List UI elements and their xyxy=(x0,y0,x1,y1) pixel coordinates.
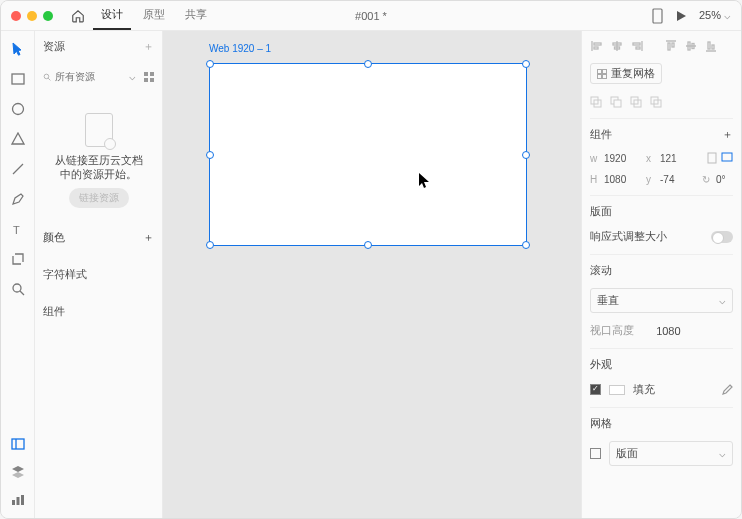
line-tool-icon[interactable] xyxy=(10,161,26,177)
grid-checkbox[interactable] xyxy=(590,448,601,459)
boolean-intersect-icon[interactable] xyxy=(630,96,642,108)
x-field[interactable]: 121 xyxy=(660,153,694,164)
colors-section[interactable]: 颜色 xyxy=(43,230,65,245)
search-input[interactable] xyxy=(55,71,125,82)
scroll-section: 滚动 xyxy=(590,263,612,278)
zoom-dropdown[interactable]: 25% ⌵ xyxy=(699,9,731,22)
resize-handle-n[interactable] xyxy=(364,60,372,68)
responsive-section: 版面 xyxy=(590,204,612,219)
align-left-icon[interactable] xyxy=(590,39,604,53)
responsive-toggle[interactable] xyxy=(711,231,733,243)
y-field[interactable]: -74 xyxy=(660,174,694,185)
play-icon[interactable] xyxy=(675,10,687,22)
svg-rect-38 xyxy=(598,74,602,78)
resize-handle-ne[interactable] xyxy=(522,60,530,68)
align-center-v-icon[interactable] xyxy=(684,39,698,53)
pen-tool-icon[interactable] xyxy=(10,191,26,207)
svg-rect-28 xyxy=(668,43,670,50)
height-field[interactable]: 1080 xyxy=(604,174,638,185)
resize-handle-e[interactable] xyxy=(522,151,530,159)
align-bottom-icon[interactable] xyxy=(704,39,718,53)
titlebar: 设计 原型 共享 #001 * 25% ⌵ xyxy=(1,1,741,31)
align-top-icon[interactable] xyxy=(664,39,678,53)
add-component-icon[interactable]: ＋ xyxy=(722,127,733,142)
svg-rect-20 xyxy=(594,47,598,49)
assets-panel: 资源 ＋ ⌵ 从链接至历云文档中的资源开始。 链接资源 颜色＋ 字符样式 组件 xyxy=(35,31,163,518)
svg-rect-16 xyxy=(144,78,148,82)
fill-label: 填充 xyxy=(633,382,655,397)
tab-prototype[interactable]: 原型 xyxy=(135,1,173,30)
resize-handle-se[interactable] xyxy=(522,241,530,249)
grid-select[interactable]: 版面⌵ xyxy=(609,441,733,466)
tab-design[interactable]: 设计 xyxy=(93,1,131,30)
assets-search[interactable]: ⌵ xyxy=(43,70,154,83)
svg-rect-48 xyxy=(708,153,716,163)
svg-line-6 xyxy=(20,291,24,295)
align-center-h-icon[interactable] xyxy=(610,39,624,53)
mobile-preview-icon[interactable] xyxy=(652,8,663,24)
align-row xyxy=(590,39,733,53)
components-section[interactable]: 组件 xyxy=(43,304,65,319)
landscape-orientation-icon[interactable] xyxy=(721,152,733,164)
home-button[interactable] xyxy=(71,9,85,23)
boolean-exclude-icon[interactable] xyxy=(650,96,662,108)
boolean-union-icon[interactable] xyxy=(590,96,602,108)
minimize-window-icon[interactable] xyxy=(27,11,37,21)
svg-rect-36 xyxy=(598,69,602,73)
scroll-select[interactable]: 垂直⌵ xyxy=(590,288,733,313)
layers-panel-icon[interactable] xyxy=(10,464,26,480)
link-assets-button[interactable]: 链接资源 xyxy=(69,188,129,208)
svg-rect-19 xyxy=(594,43,601,45)
svg-rect-37 xyxy=(603,69,607,73)
grid-section: 网格 xyxy=(590,416,612,431)
svg-point-12 xyxy=(44,74,49,79)
maximize-window-icon[interactable] xyxy=(43,11,53,21)
text-tool-icon[interactable]: T xyxy=(10,221,26,237)
viewport-height-field[interactable]: 1080 xyxy=(656,325,680,337)
portrait-orientation-icon[interactable] xyxy=(707,152,717,164)
align-right-icon[interactable] xyxy=(630,39,644,53)
chevron-down-icon[interactable]: ⌵ xyxy=(129,70,136,83)
close-window-icon[interactable] xyxy=(11,11,21,21)
resize-handle-w[interactable] xyxy=(206,151,214,159)
linked-doc-icon xyxy=(85,113,113,147)
tab-share[interactable]: 共享 xyxy=(177,1,215,30)
canvas-inner: Web 1920 – 1 xyxy=(163,31,581,518)
repeat-grid-button[interactable]: 重复网格 xyxy=(590,63,662,84)
artboard-label[interactable]: Web 1920 – 1 xyxy=(209,43,271,54)
svg-rect-35 xyxy=(712,45,714,49)
artboard-tool-icon[interactable] xyxy=(10,251,26,267)
cursor-icon xyxy=(419,173,431,189)
add-color-icon[interactable]: ＋ xyxy=(143,230,154,245)
eyedropper-icon[interactable] xyxy=(721,384,733,396)
svg-rect-26 xyxy=(636,47,640,49)
inspector-panel: 重复网格 组件＋ w1920 x121 H1080 y-74 ↻0° 版面 响应… xyxy=(581,31,741,518)
styles-section[interactable]: 字符样式 xyxy=(43,267,87,282)
assets-header: 资源 xyxy=(43,39,65,54)
fill-swatch[interactable] xyxy=(609,385,625,395)
ellipse-tool-icon[interactable] xyxy=(10,101,26,117)
doc-hint-text: 从链接至历云文档中的资源开始。 xyxy=(55,153,143,182)
canvas[interactable]: Web 1920 – 1 xyxy=(163,31,581,518)
resize-handle-sw[interactable] xyxy=(206,241,214,249)
resize-handle-nw[interactable] xyxy=(206,60,214,68)
svg-rect-39 xyxy=(603,74,607,78)
resize-handle-s[interactable] xyxy=(364,241,372,249)
artboard[interactable] xyxy=(209,63,527,246)
svg-point-2 xyxy=(12,104,23,115)
width-field[interactable]: 1920 xyxy=(604,153,638,164)
zoom-tool-icon[interactable] xyxy=(10,281,26,297)
fill-checkbox[interactable] xyxy=(590,384,601,395)
select-tool-icon[interactable] xyxy=(10,41,26,57)
document-title: #001 * xyxy=(355,10,387,22)
add-asset-icon[interactable]: ＋ xyxy=(143,39,154,54)
grid-view-icon[interactable] xyxy=(144,72,154,82)
assets-panel-icon[interactable] xyxy=(10,436,26,452)
plugins-panel-icon[interactable] xyxy=(10,492,26,508)
rectangle-tool-icon[interactable] xyxy=(10,71,26,87)
polygon-tool-icon[interactable] xyxy=(10,131,26,147)
svg-rect-25 xyxy=(633,43,640,45)
appearance-section: 外观 xyxy=(590,357,612,372)
rotation-field[interactable]: 0° xyxy=(716,174,736,185)
boolean-subtract-icon[interactable] xyxy=(610,96,622,108)
